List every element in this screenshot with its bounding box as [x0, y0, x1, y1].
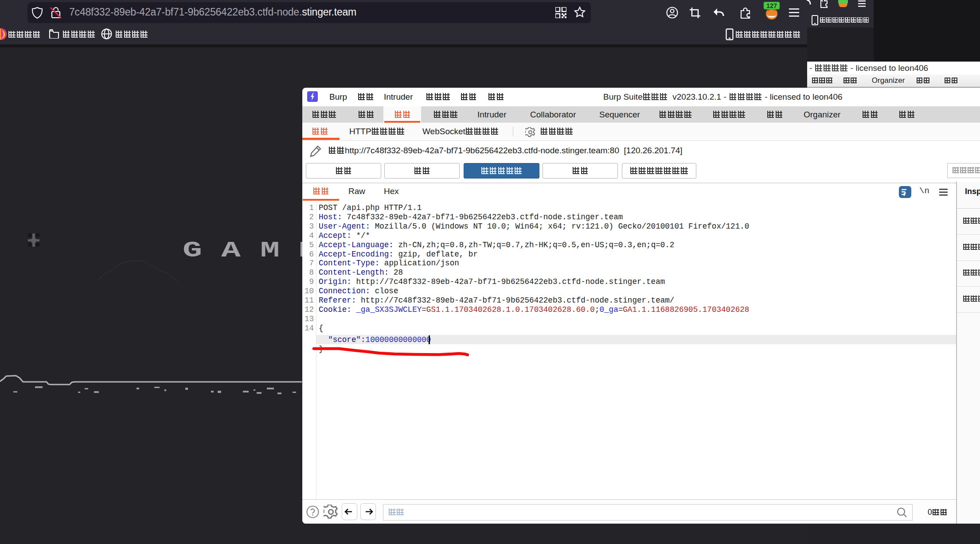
- svg-text:127: 127: [766, 2, 777, 9]
- svg-text:G: G: [183, 238, 202, 263]
- svg-text:A: A: [221, 238, 241, 263]
- svg-text:M: M: [260, 238, 280, 263]
